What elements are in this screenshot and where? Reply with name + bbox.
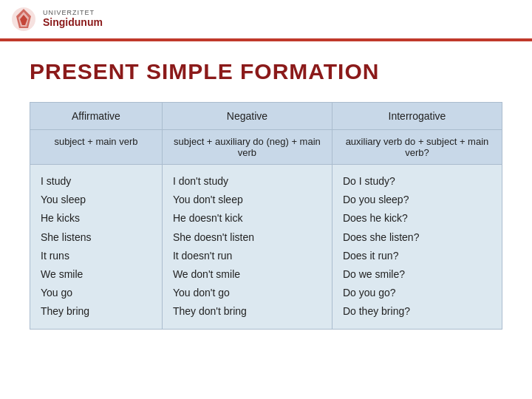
table-subheader-row: subject + main verb subject + auxiliary … [30, 130, 502, 165]
singidunum-logo-icon [10, 6, 37, 33]
example-negative-0: I don't study [173, 175, 228, 187]
examples-interrogative: Do I study? Do you sleep? Does he kick? … [332, 165, 502, 330]
example-interrogative-2: Does he kick? [343, 212, 408, 224]
grammar-table: Affirmative Negative Interrogative subje… [30, 102, 502, 330]
example-negative-1: You don't sleep [173, 194, 243, 205]
examples-row: I study You sleep He kicks She listens I… [30, 165, 502, 330]
page-title: PRESENT SIMPLE FORMATION [30, 59, 502, 84]
logo-area: Univerzitet Singidunum [10, 6, 103, 33]
example-interrogative-5: Do we smile? [343, 268, 405, 280]
example-affirmative-1: You sleep [41, 194, 86, 205]
col-header-affirmative: Affirmative [30, 103, 163, 130]
example-negative-4: It doesn't run [173, 250, 233, 262]
example-affirmative-6: You go [41, 287, 72, 299]
example-negative-6: You don't go [173, 287, 230, 299]
example-interrogative-3: Does she listen? [343, 231, 420, 243]
example-affirmative-0: I study [41, 175, 71, 187]
subheader-affirmative: subject + main verb [30, 130, 163, 165]
example-interrogative-7: Do they bring? [343, 305, 410, 317]
example-negative-3: She doesn't listen [173, 231, 254, 243]
example-negative-5: We don't smile [173, 268, 240, 280]
example-interrogative-4: Does it run? [343, 250, 398, 262]
main-content: PRESENT SIMPLE FORMATION Affirmative Neg… [0, 41, 532, 344]
header: Univerzitet Singidunum [0, 0, 532, 41]
example-interrogative-0: Do I study? [343, 175, 395, 187]
example-interrogative-6: Do you go? [343, 287, 396, 299]
col-header-interrogative: Interrogative [332, 103, 502, 130]
example-negative-7: They don't bring [173, 305, 247, 317]
example-affirmative-3: She listens [41, 231, 91, 243]
example-interrogative-1: Do you sleep? [343, 194, 409, 205]
example-negative-2: He doesn't kick [173, 212, 243, 224]
examples-affirmative: I study You sleep He kicks She listens I… [30, 165, 163, 330]
logo-text: Univerzitet Singidunum [43, 10, 103, 28]
university-name: Singidunum [43, 17, 103, 28]
col-header-negative: Negative [162, 103, 332, 130]
examples-negative: I don't study You don't sleep He doesn't… [162, 165, 332, 330]
example-affirmative-2: He kicks [41, 212, 80, 224]
example-affirmative-5: We smile [41, 268, 83, 280]
subheader-negative: subject + auxiliary do (neg) + main verb [162, 130, 332, 165]
table-header-row: Affirmative Negative Interrogative [30, 103, 502, 130]
example-affirmative-7: They bring [41, 305, 89, 317]
example-affirmative-4: It runs [41, 250, 69, 262]
subheader-interrogative: auxiliary verb do + subject + main verb? [332, 130, 502, 165]
